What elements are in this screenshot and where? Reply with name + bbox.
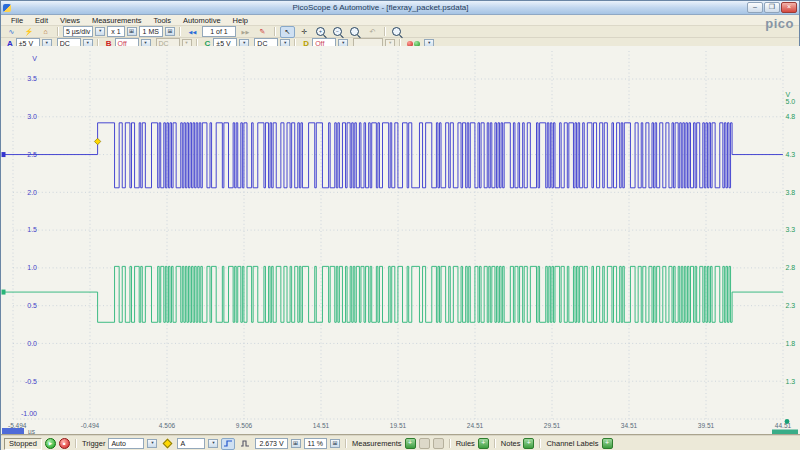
- zoom-out-icon[interactable]: −: [331, 26, 346, 38]
- capture-state: Stopped: [4, 438, 42, 450]
- zoom-window-icon[interactable]: [390, 26, 405, 38]
- prev-buffer-icon[interactable]: ◀◀: [185, 26, 200, 38]
- window-title: PicoScope 6 Automotive - [flexray_packet…: [14, 3, 747, 12]
- x-tick-label: -0.494: [81, 422, 100, 429]
- left-axis-tick-label: 1.0: [27, 264, 37, 271]
- timebase-caret-icon[interactable]: ▼: [95, 27, 105, 36]
- measurements-label: Measurements: [352, 439, 402, 448]
- trigger-source-caret-icon[interactable]: ▼: [208, 439, 218, 448]
- trigger-source-select[interactable]: A: [177, 438, 205, 449]
- zoom-full-icon[interactable]: [348, 26, 363, 38]
- timebase-value: 5 µs/div: [66, 28, 90, 35]
- menu-help[interactable]: Help: [227, 16, 254, 25]
- right-axis-tick-label: 4.8: [786, 113, 796, 120]
- restore-button[interactable]: ❐: [764, 2, 780, 13]
- advanced-trigger-icon[interactable]: [238, 438, 252, 450]
- x-tick-label: 29.51: [544, 422, 561, 429]
- trigger-label: Trigger: [82, 439, 105, 448]
- left-axis-tick-label: 2.0: [27, 189, 37, 196]
- pan-tool-icon[interactable]: ✛: [297, 26, 312, 38]
- channel-labels-label: Channel Labels: [546, 439, 598, 448]
- menu-tools[interactable]: Tools: [148, 16, 178, 25]
- edit-measurement-button: [419, 438, 430, 449]
- add-measurement-button[interactable]: +: [405, 438, 416, 449]
- channel-C-axis-marker[interactable]: [2, 290, 6, 295]
- add-note-button[interactable]: +: [523, 438, 534, 449]
- rising-edge-icon[interactable]: [221, 438, 235, 450]
- right-axis-tick-label: 3.8: [786, 189, 796, 196]
- right-axis-tick-label: 2.3: [786, 302, 796, 309]
- timebase-select[interactable]: 5 µs/div: [63, 26, 93, 37]
- menu-file[interactable]: File: [5, 16, 29, 25]
- add-rule-button[interactable]: +: [478, 438, 489, 449]
- statusbar-separator: [494, 439, 496, 448]
- x-tick-label: 34.51: [621, 422, 638, 429]
- trigger-level-field[interactable]: 2.673 V: [255, 438, 287, 449]
- trigger-mode-caret-icon[interactable]: ▼: [147, 439, 157, 448]
- menu-automotive[interactable]: Automotive: [177, 16, 227, 25]
- left-axis-tick-label: 1.5: [27, 226, 37, 233]
- x-tick-label: 14.51: [313, 422, 330, 429]
- scope-view-icon[interactable]: ∿: [4, 26, 19, 38]
- left-axis-tick-label: 3.0: [27, 113, 37, 120]
- pre-trigger-field[interactable]: 11 %: [304, 438, 327, 449]
- left-axis-tick-label: 0.5: [27, 302, 37, 309]
- zoom-undo-icon[interactable]: ↶: [365, 26, 380, 38]
- stop-capture-button[interactable]: ■: [59, 438, 70, 449]
- right-axis-unit: V: [786, 91, 791, 98]
- trigger-marker[interactable]: [94, 138, 100, 144]
- x-tick-label: 39.51: [698, 422, 715, 429]
- minimize-button[interactable]: –: [747, 2, 763, 13]
- zoom-factor-field[interactable]: x 1: [107, 26, 124, 37]
- title-bar[interactable]: PicoScope 6 Automotive - [flexray_packet…: [1, 1, 799, 15]
- channel-c-end-marker-icon[interactable]: [785, 419, 790, 424]
- right-axis-tick-label: 3.3: [786, 226, 796, 233]
- rules-label: Rules: [456, 439, 475, 448]
- menu-measurements[interactable]: Measurements: [86, 16, 148, 25]
- toolbar-separator: [179, 27, 181, 36]
- capture-toolbar: ∿ ⚡ ⌂ 5 µs/div ▼ x 1 ⊞ 1 MS ⊞ ◀◀ 1 of 1 …: [1, 26, 799, 38]
- pre-trigger-stepper[interactable]: ⊞: [330, 439, 340, 448]
- channel-A-axis-marker[interactable]: [2, 152, 6, 157]
- next-buffer-icon[interactable]: ▶▶: [238, 26, 253, 38]
- x-tick-label: 4.506: [159, 422, 176, 429]
- trigger-level-stepper[interactable]: ⊞: [291, 439, 301, 448]
- toolbar-separator: [384, 27, 386, 36]
- select-tool-icon[interactable]: ↖: [280, 26, 295, 38]
- right-axis-tick-label: 1.8: [786, 340, 796, 347]
- statusbar-separator: [539, 439, 541, 448]
- quick-setup-icon[interactable]: ⚡: [21, 26, 36, 38]
- trace-channel-A: [2, 123, 783, 188]
- delete-measurement-button: [433, 438, 444, 449]
- toolbar-separator: [274, 27, 276, 36]
- status-bar: Stopped ▶ ■ Trigger Auto ▼ A ▼ 2.673 V ⊞…: [1, 436, 800, 450]
- buffer-position-field[interactable]: 1 of 1: [202, 26, 236, 37]
- scope-plot-area[interactable]: -5.494-0.4944.5069.50614.5119.5124.5129.…: [1, 46, 800, 434]
- zoom-factor-stepper[interactable]: ⊞: [127, 27, 137, 36]
- x-tick-label: 24.51: [467, 422, 484, 429]
- picoscope-window: PicoScope 6 Automotive - [flexray_packet…: [0, 0, 800, 450]
- annotate-pen-icon[interactable]: ✎: [255, 26, 270, 38]
- statusbar-separator: [345, 439, 347, 448]
- add-channel-label-button[interactable]: +: [602, 438, 613, 449]
- right-axis-tick-label: 4.3: [786, 151, 796, 158]
- app-icon: [3, 4, 11, 12]
- menu-edit[interactable]: Edit: [29, 16, 54, 25]
- start-capture-button[interactable]: ▶: [45, 438, 56, 449]
- left-axis-tick-label: -0.5: [25, 378, 37, 385]
- trigger-mode-select[interactable]: Auto: [108, 438, 144, 449]
- home-icon[interactable]: ⌂: [38, 26, 53, 38]
- samples-stepper[interactable]: ⊞: [165, 27, 175, 36]
- x-tick-label: 9.506: [236, 422, 253, 429]
- trigger-marker-icon[interactable]: [160, 438, 174, 450]
- left-axis-tick-label: -1.00: [21, 410, 37, 417]
- x-tick-label: -5.494: [8, 422, 27, 429]
- notes-label: Notes: [501, 439, 521, 448]
- samples-field[interactable]: 1 MS: [139, 26, 163, 37]
- menu-views[interactable]: Views: [54, 16, 86, 25]
- statusbar-separator: [75, 439, 77, 448]
- close-button[interactable]: ×: [781, 2, 797, 13]
- left-axis-tick-label: 3.5: [27, 75, 37, 82]
- pico-logo: pico: [765, 18, 794, 29]
- zoom-in-icon[interactable]: +: [314, 26, 329, 38]
